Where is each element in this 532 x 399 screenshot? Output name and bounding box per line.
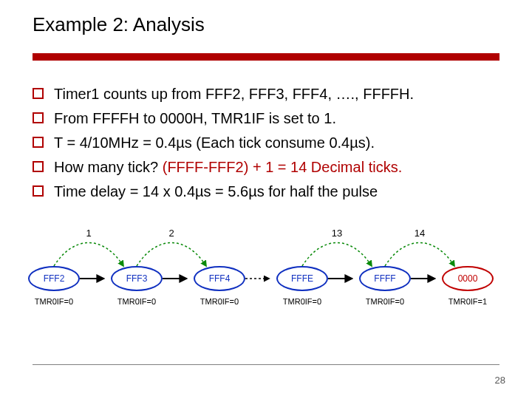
flag-label: TMR0IF=0: [186, 297, 253, 306]
state-node: FFF3: [111, 266, 163, 291]
state-node: FFF4: [194, 266, 245, 291]
tick-number: 13: [330, 228, 344, 239]
bullet-square-icon: [33, 88, 44, 99]
timer-diagram: 1 2 13 14 FFF2 FFF3 FFF4 FFFE FFFF 0000 …: [0, 222, 532, 369]
tick-number: 1: [81, 228, 96, 239]
tick-number: 14: [412, 228, 427, 239]
node-label: FFFF: [374, 273, 395, 284]
flag-label: TMR0IF=0: [21, 297, 87, 306]
state-node: FFF2: [28, 266, 80, 291]
bullet-item: From FFFFH to 0000H, TMR1IF is set to 1.: [33, 107, 505, 130]
bullet-text: How many tick? (FFFF-FFF2) + 1 = 14 Deci…: [54, 156, 505, 179]
bullet-item: Time delay = 14 x 0.4µs = 5.6µs for half…: [33, 180, 505, 203]
flag-label: TMR0IF=0: [352, 297, 418, 306]
tick-number: 2: [164, 228, 179, 239]
node-label: FFF3: [126, 273, 148, 284]
page-number: 28: [495, 375, 505, 386]
node-label: 0000: [458, 273, 478, 284]
node-label: FFF4: [209, 273, 231, 284]
bullet-text: Timer1 counts up from FFF2, FFF3, FFF4, …: [54, 83, 505, 106]
bullet-text: Time delay = 14 x 0.4µs = 5.6µs for half…: [54, 180, 505, 203]
bullet-list: Timer1 counts up from FFF2, FFF3, FFF4, …: [33, 83, 505, 205]
state-node: FFFE: [276, 266, 328, 291]
flag-label: TMR0IF=1: [434, 297, 501, 306]
bullet-square-icon: [33, 137, 44, 148]
bullet-text-pre: How many tick?: [54, 159, 163, 175]
bullet-square-icon: [33, 161, 44, 172]
slide-title: Example 2: Analysis: [33, 13, 205, 36]
accent-bar: [33, 53, 499, 61]
bullet-item: T = 4/10MHz = 0.4µs (Each tick consume 0…: [33, 132, 505, 154]
bullet-text: From FFFFH to 0000H, TMR1IF is set to 1.: [54, 107, 505, 130]
bullet-item: How many tick? (FFFF-FFF2) + 1 = 14 Deci…: [33, 156, 505, 179]
bullet-square-icon: [33, 185, 44, 197]
flag-label: TMR0IF=0: [103, 297, 170, 306]
flag-label: TMR0IF=0: [269, 297, 335, 306]
state-node: 0000: [442, 266, 494, 291]
state-node: FFFF: [359, 266, 411, 291]
node-label: FFF2: [44, 273, 65, 284]
footer-rule: [33, 364, 499, 365]
bullet-text: T = 4/10MHz = 0.4µs (Each tick consume 0…: [54, 132, 505, 154]
node-label: FFFE: [291, 273, 313, 284]
bullet-item: Timer1 counts up from FFF2, FFF3, FFF4, …: [33, 83, 505, 106]
bullet-text-highlight: (FFFF-FFF2) + 1 = 14 Decimal ticks.: [163, 159, 402, 175]
slide: Example 2: Analysis Timer1 counts up fro…: [0, 0, 532, 399]
bullet-square-icon: [33, 112, 44, 123]
